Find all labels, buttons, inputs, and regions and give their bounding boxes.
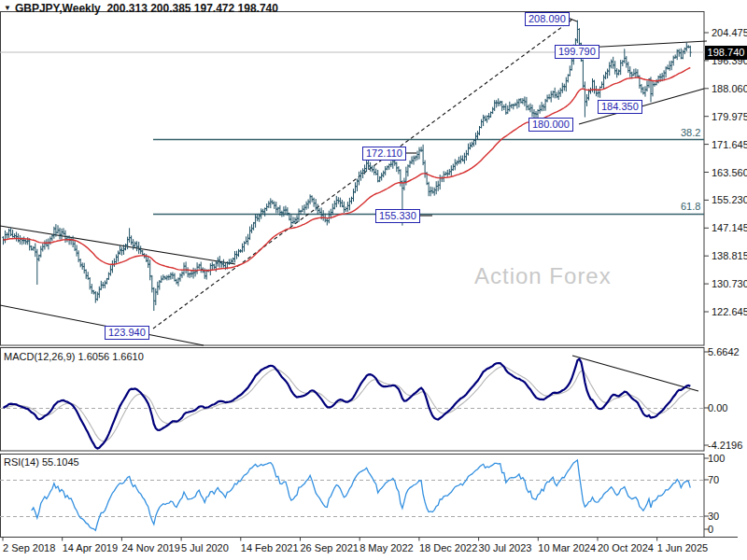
fib-level-label: 38.2 <box>681 127 700 138</box>
chart-canvas[interactable] <box>0 0 747 560</box>
price-axis-label: 138.815 <box>712 250 747 261</box>
price-level-annotation[interactable]: 208.090 <box>525 12 570 26</box>
price-axis-label: 130.730 <box>712 278 747 289</box>
price-axis-label: 147.145 <box>712 222 747 233</box>
date-axis-label: 26 Sep 2021 <box>301 542 359 553</box>
macd-axis-label: 0.00 <box>708 402 727 413</box>
rsi-axis-label: 30 <box>708 511 719 522</box>
price-axis-label: 188.060 <box>712 83 747 94</box>
date-axis-label: 30 Jul 2023 <box>479 542 532 553</box>
symbol-timeframe: GBPJPY,Weekly <box>15 2 101 15</box>
chart-title: ▼GBPJPY,Weekly 200.313 200.385 197.472 1… <box>4 2 278 15</box>
rsi-axis-label: 100 <box>708 453 725 464</box>
price-level-annotation[interactable]: 180.000 <box>529 118 573 132</box>
rsi-line <box>32 460 691 530</box>
trendline <box>0 305 204 345</box>
price-level-annotation[interactable]: 184.350 <box>598 100 642 114</box>
date-axis-label: 18 Dec 2022 <box>419 542 477 553</box>
macd-indicator-label: MACD(12,26,9) 1.6056 1.6610 <box>4 351 144 362</box>
price-axis-label: 122.645 <box>712 306 747 317</box>
fib-level-label: 61.8 <box>681 201 700 212</box>
date-axis-label: 24 Nov 2019 <box>121 542 179 553</box>
chart-window: ▼GBPJPY,Weekly 200.313 200.385 197.472 1… <box>0 0 747 560</box>
price-level-annotation[interactable]: 199.790 <box>555 45 599 59</box>
current-price-badge: 198.740 <box>705 46 747 60</box>
ohlc-values: 200.313 200.385 197.472 198.740 <box>106 2 278 15</box>
macd-signal-line <box>4 367 691 441</box>
price-axis-label: 163.560 <box>712 167 747 178</box>
macd-main-line <box>4 359 691 449</box>
price-level-annotation[interactable]: 123.940 <box>105 326 149 340</box>
date-axis-label: 14 Feb 2021 <box>241 542 299 553</box>
price-level-annotation[interactable]: 172.110 <box>362 147 406 161</box>
price-level-annotation[interactable]: 155.330 <box>375 209 420 223</box>
rsi-indicator-label: RSI(14) 55.1045 <box>4 456 79 468</box>
date-axis-label: 2 Sep 2018 <box>3 542 55 553</box>
price-axis-label: 155.230 <box>712 194 747 205</box>
date-axis-label: 5 Jul 2020 <box>181 542 229 553</box>
price-axis-label: 204.475 <box>712 27 747 38</box>
rsi-axis-label: 0 <box>708 524 713 535</box>
price-bars[interactable] <box>2 21 691 311</box>
price-axis-label: 171.645 <box>712 139 747 150</box>
panel-borders <box>1 12 739 541</box>
rsi-axis-label: 70 <box>708 474 719 485</box>
date-axis-label: 14 Apr 2019 <box>63 542 118 553</box>
date-axis-label: 1 Jun 2025 <box>657 542 708 553</box>
date-axis-label: 20 Oct 2024 <box>598 542 654 553</box>
date-axis-label: 8 May 2022 <box>359 542 413 553</box>
symbol-dropdown-icon[interactable]: ▼ <box>4 4 11 12</box>
price-axis-label: 179.975 <box>712 111 747 122</box>
macd-axis-label: -4.2196 <box>708 440 742 451</box>
date-axis-label: 10 Mar 2024 <box>538 542 596 553</box>
macd-axis-label: 5.6642 <box>708 346 740 357</box>
